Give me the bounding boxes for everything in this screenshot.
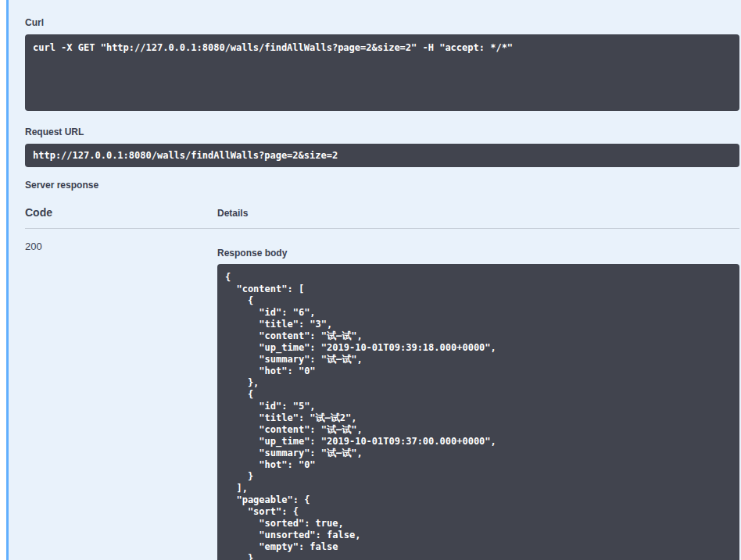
opblock-body: Curl curl -X GET "http://127.0.0.1:8080/… <box>9 0 741 560</box>
curl-section: Curl curl -X GET "http://127.0.0.1:8080/… <box>25 17 739 111</box>
response-body-box: { "content": [ { "id": "6", "title": "3"… <box>217 264 739 560</box>
curl-command-text: curl -X GET "http://127.0.0.1:8080/walls… <box>33 42 732 53</box>
response-details-cell: Response body { "content": [ { "id": "6"… <box>217 241 739 560</box>
request-url-label: Request URL <box>25 127 739 137</box>
details-column-header: Details <box>217 208 739 219</box>
response-body-text: { "content": [ { "id": "6", "title": "3"… <box>225 272 732 560</box>
request-url-section: Request URL http://127.0.0.1:8080/walls/… <box>25 127 739 167</box>
request-url-box: http://127.0.0.1:8080/walls/findAllWalls… <box>25 144 739 167</box>
responses-table-header: Code Details <box>25 206 739 229</box>
curl-label: Curl <box>25 17 739 28</box>
response-body-label: Response body <box>217 248 739 259</box>
server-response-label: Server response <box>25 180 739 191</box>
response-row: 200 Response body { "content": [ { "id":… <box>25 229 739 560</box>
response-status-code: 200 <box>25 241 217 560</box>
swagger-get-operation-block: Curl curl -X GET "http://127.0.0.1:8080/… <box>0 0 741 560</box>
responses-table: Code Details 200 Response body { "conten… <box>25 206 739 560</box>
server-response-section: Server response Code Details 200 Respons… <box>25 180 739 560</box>
code-column-header: Code <box>25 206 217 219</box>
curl-command-box[interactable]: curl -X GET "http://127.0.0.1:8080/walls… <box>25 34 739 111</box>
request-url-text: http://127.0.0.1:8080/walls/findAllWalls… <box>33 150 732 161</box>
